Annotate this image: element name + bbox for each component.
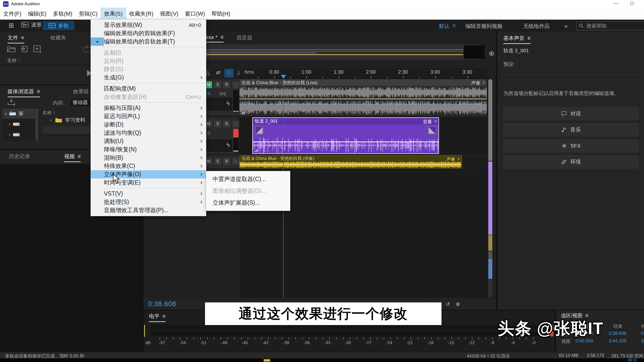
selection-end[interactable]: 0:38.606 bbox=[609, 331, 626, 336]
search-help-box[interactable]: 搜索帮助 bbox=[576, 21, 644, 30]
workspace-menu-icon[interactable]: ≡ bbox=[453, 23, 456, 30]
menu-item[interactable]: 生成(G)› bbox=[91, 73, 206, 82]
maximize-button[interactable]: ☐ bbox=[627, 1, 637, 6]
monitor-input-icon[interactable]: ∩ bbox=[224, 69, 233, 77]
panel-menu-icon[interactable]: ≡ bbox=[78, 153, 81, 159]
taskbar-item[interactable] bbox=[264, 359, 270, 361]
drive-tree[interactable]: ∨ 驱 > > bbox=[3, 109, 35, 141]
menubar-item[interactable]: 视图(V) bbox=[157, 8, 182, 20]
menu-item[interactable]: 诊断(D)› bbox=[91, 120, 206, 129]
envelope-mode[interactable]: 声像 bbox=[471, 80, 480, 86]
navigator-view-box[interactable] bbox=[464, 45, 485, 59]
metronome-icon[interactable]: △ bbox=[206, 69, 210, 76]
collapse-icon[interactable]: ∨ bbox=[5, 112, 7, 116]
navigator-zoom-icon[interactable]: ⊕ bbox=[489, 49, 494, 58]
tree-item-drive[interactable]: > bbox=[3, 129, 35, 140]
menu-item[interactable]: 调制(U)› bbox=[91, 137, 206, 145]
panel-menu-icon[interactable]: ≡ bbox=[163, 313, 166, 319]
menubar-item[interactable]: 效果(S) bbox=[101, 8, 126, 20]
menu-item[interactable]: 批处理(S)› bbox=[91, 198, 206, 206]
tree-item-drive-root[interactable]: ∨ 驱 bbox=[3, 109, 35, 119]
import-file-icon[interactable] bbox=[20, 45, 29, 53]
envelope-mode[interactable]: 音量 bbox=[423, 119, 432, 125]
volume-envelope[interactable] bbox=[239, 99, 487, 99]
panel-menu-icon[interactable]: ≡ bbox=[220, 34, 223, 40]
playhead-marker[interactable] bbox=[281, 75, 286, 81]
grid-view-icon[interactable]: ⊞ bbox=[9, 22, 14, 29]
stereo-imagery-submenu[interactable]: 中置声道提取器(C)...图形相位调整器(G)...立体声扩展器(S)... bbox=[206, 171, 290, 211]
dialogue-button[interactable]: 对话 bbox=[503, 107, 639, 120]
menu-item[interactable]: 显示效果组(W)Alt+0 bbox=[91, 21, 206, 29]
menubar-item[interactable]: 文件(F) bbox=[0, 8, 25, 20]
selection-duration[interactable]: 0:00.000 bbox=[641, 331, 644, 336]
menu-bar[interactable]: 文件(F)编辑(E)多轨(M)剪辑(C)效果(S)收藏夹(R)视图(V)窗口(W… bbox=[0, 8, 644, 20]
arm-record-button[interactable]: R bbox=[223, 81, 230, 88]
tree-item-drive[interactable]: > bbox=[3, 119, 35, 129]
menu-item[interactable]: 特殊效果(C)› bbox=[91, 162, 206, 170]
view-duration[interactable]: 3:44.109 bbox=[641, 338, 644, 344]
tab-files[interactable]: 文件 ≡ bbox=[8, 34, 24, 43]
tree-item-folder[interactable]: > 学习资料 bbox=[42, 117, 85, 123]
input-monitor-button[interactable]: I bbox=[232, 120, 239, 127]
volume-envelope[interactable] bbox=[253, 142, 438, 142]
import-down-icon[interactable] bbox=[7, 98, 16, 106]
submenu-item[interactable]: 立体声扩展器(S)... bbox=[206, 197, 290, 209]
solo-button[interactable]: S bbox=[214, 120, 221, 127]
pan-value[interactable]: 0 bbox=[208, 91, 210, 96]
ambience-button[interactable]: 环境 bbox=[503, 155, 639, 169]
workspace-radio[interactable]: 无线电作品 bbox=[523, 23, 550, 30]
column-name[interactable]: 名称 ↑ bbox=[42, 110, 56, 116]
expand-icon[interactable]: > bbox=[9, 122, 11, 126]
panel-menu-icon[interactable]: ≡ bbox=[37, 88, 40, 94]
fade-in-handle[interactable] bbox=[255, 126, 263, 134]
menu-item[interactable]: 延迟与回声(L)› bbox=[91, 112, 206, 120]
fx-power-icon[interactable]: ϟ bbox=[226, 142, 230, 149]
menu-item[interactable]: 时间与变调(E)› bbox=[91, 178, 206, 187]
workspace-overflow-icon[interactable]: » bbox=[564, 23, 568, 30]
menu-item[interactable]: 混响(B)› bbox=[91, 154, 206, 162]
input-monitor-button[interactable]: I bbox=[232, 81, 239, 88]
audio-clip-track2-selected[interactable]: 轨道 2_001 音量 ∨ bbox=[252, 117, 439, 154]
chevron-down-icon[interactable]: ∨ bbox=[457, 157, 460, 161]
taskbar[interactable]: 00:11 bbox=[0, 358, 644, 362]
view-end[interactable]: 3:44.109 bbox=[609, 338, 626, 344]
input-monitor-button[interactable]: I bbox=[232, 158, 239, 165]
waveform-view-button[interactable]: 波形 bbox=[21, 21, 42, 28]
chevron-down-icon[interactable]: ∨ bbox=[434, 119, 437, 123]
monitor-icon[interactable]: ((•)) bbox=[220, 91, 226, 96]
time-display[interactable]: 0:38.606 bbox=[148, 300, 176, 308]
fx-slot[interactable]: ϟ bbox=[205, 98, 232, 110]
fx-power-icon[interactable]: ϟ bbox=[226, 100, 230, 107]
menubar-item[interactable]: 帮助(H) bbox=[208, 8, 234, 20]
menu-item[interactable]: 立体声声像(O)› bbox=[91, 170, 206, 178]
arm-record-button[interactable]: R bbox=[223, 158, 230, 165]
chevron-down-icon[interactable]: ∨ bbox=[482, 80, 485, 85]
column-name[interactable]: 名称 ↑ bbox=[7, 57, 20, 64]
menu-item[interactable]: VST(V)› bbox=[91, 190, 206, 198]
fx-slot[interactable]: ϟ bbox=[205, 140, 232, 152]
menu-item[interactable]: 降噪/恢复(N)› bbox=[91, 145, 206, 154]
menu-item[interactable]: 音频增效工具管理器(P)... bbox=[91, 206, 206, 214]
volume-value[interactable]: 0 bbox=[208, 130, 210, 136]
clip-gain-icon[interactable] bbox=[242, 112, 245, 114]
solo-button[interactable]: S bbox=[214, 158, 221, 165]
panel-menu-icon[interactable]: ≡ bbox=[21, 35, 24, 40]
workspace-default[interactable]: 默认 ≡ bbox=[439, 23, 456, 30]
zoom-full-button[interactable]: ⊕ bbox=[453, 301, 463, 307]
solo-button[interactable]: S bbox=[214, 81, 221, 88]
pan-envelope[interactable] bbox=[239, 104, 487, 105]
audio-clip-track1[interactable]: 伍佰 & China Blue - 突然的自我 (Live) 声像 ∨ bbox=[239, 79, 487, 116]
fade-out-handle[interactable] bbox=[428, 126, 436, 134]
tab-mixer[interactable]: 混音器 bbox=[236, 34, 252, 41]
menu-item[interactable]: 编辑效果组内的剪辑效果(F) bbox=[91, 29, 206, 37]
menubar-item[interactable]: 收藏夹(R) bbox=[126, 8, 157, 20]
minimize-button[interactable]: — bbox=[611, 1, 621, 6]
timeline-ruler[interactable]: hms 0:301:001:302:002:303:003:30 bbox=[239, 68, 487, 79]
clip-gain-icon[interactable] bbox=[255, 149, 258, 152]
menubar-item[interactable]: 剪辑(C) bbox=[75, 8, 101, 20]
tab-favorites[interactable]: 收藏夹 bbox=[50, 34, 66, 41]
snapping-icon[interactable]: ⇄ bbox=[216, 69, 220, 76]
music-button[interactable]: 音乐 bbox=[503, 123, 639, 137]
tree-scrollbar[interactable] bbox=[35, 109, 38, 141]
tab-essential-sound[interactable]: 基本声音 ≡ bbox=[503, 35, 531, 44]
